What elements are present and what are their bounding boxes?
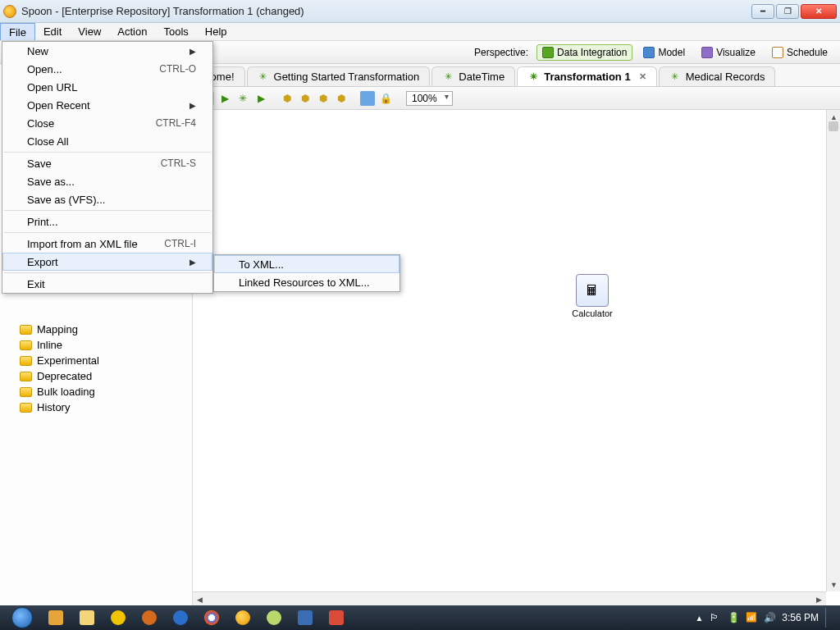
close-tab-icon[interactable]: ✕ [639, 71, 646, 82]
toolbar-button[interactable]: ▶ [253, 91, 268, 106]
taskbar-app[interactable] [291, 608, 319, 628]
menu-item-label: Exit [27, 278, 45, 290]
taskbar: ▲ 🏳 🔋 📶 🔊 3:56 PM [0, 605, 840, 630]
tab-medical-records[interactable]: ✳ Medical Records [659, 66, 776, 86]
tray-network-icon[interactable]: 📶 [746, 612, 757, 623]
perspective-data-integration[interactable]: Data Integration [536, 44, 632, 61]
menu-view[interactable]: View [70, 23, 109, 40]
menu-item-label: Open URL [27, 81, 77, 94]
tab-datetime[interactable]: ✳ DateTime [431, 66, 515, 86]
file-menu-item[interactable]: Open...CTRL-O [2, 60, 212, 78]
scroll-down-icon[interactable]: ▼ [827, 578, 840, 591]
taskbar-clock[interactable]: 3:56 PM [782, 612, 819, 623]
menu-file[interactable]: File [0, 23, 35, 40]
tree-item[interactable]: Deprecated [0, 368, 192, 384]
tab-transformation-1[interactable]: ✳ Transformation 1 ✕ [517, 66, 656, 86]
toolbar-button[interactable]: ⬢ [280, 91, 294, 106]
export-menu-item[interactable]: Linked Resources to XML... [214, 273, 399, 291]
file-menu-item[interactable]: New▶ [2, 42, 212, 60]
menu-item-label: Linked Resources to XML... [239, 276, 370, 289]
tray-volume-icon[interactable]: 🔊 [764, 612, 775, 623]
tab-getting-started[interactable]: ✳ Getting Started Transformation [247, 66, 431, 86]
toolbar-button[interactable]: ▶ [217, 91, 232, 106]
perspective-schedule[interactable]: Schedule [766, 44, 833, 61]
tree-item[interactable]: Mapping [0, 322, 192, 337]
folder-icon [20, 387, 32, 397]
file-menu-item[interactable]: Open URL [2, 78, 212, 96]
zoom-select[interactable]: 100% [406, 91, 453, 106]
menu-tools[interactable]: Tools [155, 23, 196, 40]
menu-edit[interactable]: Edit [35, 23, 70, 40]
tree: MappingInlineExperimentalDeprecatedBulk … [0, 322, 192, 415]
taskbar-app[interactable] [42, 608, 70, 628]
toolbar-button[interactable]: ⬢ [316, 91, 331, 106]
file-menu-item[interactable]: Close All [2, 132, 212, 150]
tree-item[interactable]: Experimental [0, 353, 192, 368]
horizontal-scrollbar[interactable]: ◀ ▶ [193, 591, 826, 605]
file-menu-item[interactable]: Save as... [2, 172, 212, 190]
tree-item[interactable]: Inline [0, 337, 192, 353]
scroll-thumb[interactable] [829, 121, 838, 131]
file-menu-item[interactable]: Export▶ [2, 253, 212, 271]
file-menu-item[interactable]: Save as (VFS)... [2, 190, 212, 208]
menu-action[interactable]: Action [109, 23, 155, 40]
transformation-icon: ✳ [527, 71, 539, 83]
scroll-left-icon[interactable]: ◀ [193, 592, 207, 605]
close-button[interactable]: ✕ [801, 4, 837, 19]
window-title: Spoon - [Enterprise Repository] Transfor… [21, 5, 751, 17]
taskbar-app[interactable] [135, 608, 163, 628]
file-menu-item[interactable]: Print... [2, 212, 212, 231]
start-button[interactable] [5, 605, 39, 630]
canvas-node-calculator[interactable]: 🖩 Calculator [566, 274, 619, 318]
file-menu-item[interactable]: CloseCTRL-F4 [2, 114, 212, 132]
file-menu-item[interactable]: Exit [2, 275, 212, 293]
canvas[interactable]: 🖩 Calculator ▲ ▼ ◀ ▶ [193, 110, 840, 605]
toolbar-button[interactable]: ⬢ [298, 91, 313, 106]
tree-item[interactable]: History [0, 399, 192, 415]
tree-item[interactable]: Bulk loading [0, 384, 192, 399]
tray-chevron-up-icon[interactable]: ▲ [695, 614, 703, 623]
taskbar-app[interactable] [322, 608, 350, 628]
perspective-visualize[interactable]: Visualize [696, 44, 761, 61]
export-menu-item[interactable]: To XML... [214, 255, 399, 273]
maximize-button[interactable]: ❐ [776, 4, 799, 19]
calculator-icon: 🖩 [585, 282, 600, 299]
tray-battery-icon[interactable]: 🔋 [728, 612, 739, 623]
scroll-right-icon[interactable]: ▶ [812, 592, 826, 605]
tab-label: Transformation 1 [544, 71, 630, 83]
tray-flag-icon[interactable]: 🏳 [710, 612, 721, 623]
file-menu-item[interactable]: Import from an XML fileCTRL-I [2, 235, 212, 253]
taskbar-app[interactable] [73, 608, 101, 628]
perspective-item-label: Schedule [787, 47, 828, 58]
menu-item-label: Close All [27, 135, 69, 148]
export-submenu: To XML...Linked Resources to XML... [213, 254, 400, 292]
model-icon [643, 47, 655, 58]
taskbar-app[interactable] [229, 608, 257, 628]
tree-item-label: History [37, 401, 70, 413]
folder-icon [20, 403, 32, 413]
file-menu-item[interactable]: Open Recent▶ [2, 96, 212, 114]
main: elcome! ✳ Getting Started Transformation… [193, 64, 840, 605]
taskbar-app[interactable] [260, 608, 288, 628]
menu-item-shortcut: CTRL-F4 [156, 117, 196, 129]
file-menu-item[interactable]: SaveCTRL-S [2, 154, 212, 172]
toolbar-button[interactable] [360, 91, 375, 106]
perspective-model[interactable]: Model [637, 44, 691, 61]
menu-item-label: To XML... [239, 258, 284, 271]
show-desktop-button[interactable] [825, 608, 832, 628]
toolbar-button[interactable]: ⬢ [334, 91, 349, 106]
toolbar-button[interactable]: ✳ [235, 91, 250, 106]
taskbar-app[interactable] [104, 608, 132, 628]
menu-item-label: Close [27, 117, 54, 130]
titlebar: Spoon - [Enterprise Repository] Transfor… [0, 0, 840, 23]
toolbar-lock-icon[interactable]: 🔒 [378, 91, 393, 106]
tab-label: Getting Started Transformation [274, 71, 420, 83]
minimize-button[interactable]: ━ [751, 4, 774, 19]
taskbar-app[interactable] [198, 608, 226, 628]
taskbar-app[interactable] [167, 608, 194, 628]
transformation-icon: ✳ [669, 71, 681, 83]
system-tray: ▲ 🏳 🔋 📶 🔊 3:56 PM [695, 608, 835, 628]
transformation-icon: ✳ [258, 71, 269, 83]
vertical-scrollbar[interactable]: ▲ ▼ [826, 110, 840, 591]
menu-help[interactable]: Help [197, 23, 235, 40]
